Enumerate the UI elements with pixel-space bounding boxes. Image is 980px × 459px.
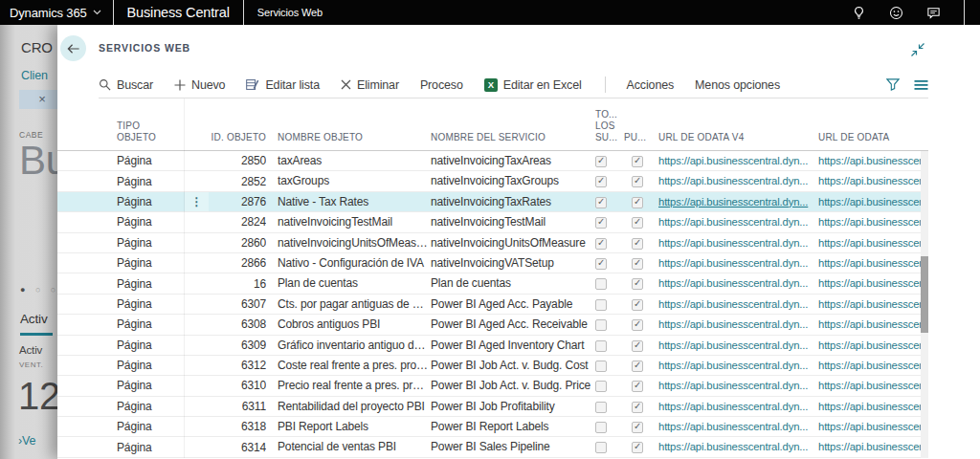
odata-v4-url-link[interactable]: https://api.businesscentral.dyn... <box>658 315 815 334</box>
table-row[interactable]: Página6310Precio real frente a pres. pro… <box>57 376 928 396</box>
odata-url-link[interactable]: https://api.businesscen <box>818 397 921 416</box>
checkbox-publicado[interactable] <box>632 299 643 311</box>
column-header-url-odata[interactable]: URL DE ODATA <box>818 132 889 143</box>
process-menu-button[interactable]: Proceso <box>420 78 463 92</box>
odata-v4-url-link[interactable]: https://api.businesscentral.dyn... <box>658 336 815 355</box>
checkbox-publicado[interactable] <box>632 238 643 250</box>
checkbox-todos-subformularios[interactable] <box>595 238 607 250</box>
odata-v4-url-link[interactable]: https://api.businesscentral.dyn... <box>658 151 815 170</box>
feedback-icon[interactable] <box>926 6 941 20</box>
odata-v4-url-link[interactable]: https://api.businesscentral.dyn... <box>658 356 815 375</box>
lightbulb-icon[interactable] <box>852 6 866 20</box>
odata-v4-url-link[interactable]: https://api.businesscentral.dyn... <box>658 233 815 252</box>
table-row[interactable]: Página2866Nativo - Configuración de IVAn… <box>57 253 928 273</box>
checkbox-publicado[interactable] <box>632 156 643 167</box>
odata-url-link[interactable]: https://api.businesscen <box>818 315 921 334</box>
checkbox-todos-subformularios[interactable] <box>595 278 607 290</box>
checkbox-todos-subformularios[interactable] <box>595 340 607 352</box>
vertical-scrollbar[interactable] <box>921 151 928 458</box>
odata-url-link[interactable]: https://api.businesscen <box>818 171 921 190</box>
odata-v4-url-link[interactable]: https://api.businesscentral.dyn... <box>658 253 815 273</box>
column-header-id-objeto[interactable]: ID. OBJETO <box>201 132 266 143</box>
cue-tile-value[interactable]: 12 <box>18 375 57 418</box>
table-row[interactable]: Página2852taxGroupsnativeInvoicingTaxGro… <box>57 171 928 191</box>
odata-url-link[interactable]: https://api.businesscen <box>818 253 921 273</box>
checkbox-todos-subformularios[interactable] <box>595 422 607 433</box>
checkbox-todos-subformularios[interactable] <box>595 319 607 331</box>
odata-url-link[interactable]: https://api.businesscen <box>818 151 921 170</box>
odata-v4-url-link[interactable]: https://api.businesscentral.dyn... <box>658 397 815 416</box>
checkbox-todos-subformularios[interactable] <box>595 361 607 372</box>
table-row[interactable]: Página6318PBI Report LabelsPower BI Repo… <box>57 417 928 437</box>
table-row[interactable]: Página6308Cobros antiguos PBIPower BI Ag… <box>57 315 928 335</box>
column-header-todos-los-subformularios[interactable]: TO... LOS SU... <box>595 109 617 143</box>
odata-url-link[interactable]: https://api.businesscen <box>818 437 921 456</box>
odata-url-link[interactable]: https://api.businesscen <box>818 417 921 436</box>
column-header-nombre-servicio[interactable]: NOMBRE DEL SERVICIO <box>431 132 546 143</box>
business-central-home-link[interactable]: Business Central <box>114 0 243 25</box>
odata-url-link[interactable]: https://api.businesscen <box>818 273 921 293</box>
checkbox-todos-subformularios[interactable] <box>595 381 607 392</box>
dynamics-365-waffle-menu[interactable]: Dynamics 365 <box>0 0 113 25</box>
delete-button[interactable]: Eliminar <box>341 78 399 92</box>
column-header-url-odata-v4[interactable]: URL DE ODATA V4 <box>658 132 745 143</box>
checkbox-todos-subformularios[interactable] <box>595 176 607 187</box>
collapse-page-icon[interactable] <box>910 42 925 57</box>
table-row[interactable]: Página2850taxAreasnativeInvoicingTaxArea… <box>57 151 928 171</box>
table-row[interactable]: Página6309Gráfico inventario antiguo de … <box>57 336 928 356</box>
odata-url-link[interactable]: https://api.businesscen <box>818 336 921 355</box>
odata-url-link[interactable]: https://api.businesscen <box>818 233 921 252</box>
odata-v4-url-link[interactable]: https://api.businesscentral.dyn... <box>658 417 815 436</box>
checkbox-publicado[interactable] <box>632 319 643 331</box>
checkbox-publicado[interactable] <box>632 217 643 229</box>
column-header-nombre-objeto[interactable]: NOMBRE OBJETO <box>278 132 363 143</box>
odata-url-link[interactable]: https://api.businesscen <box>818 356 921 375</box>
odata-v4-url-link[interactable]: https://api.businesscentral.dyn... <box>658 212 815 231</box>
checkbox-todos-subformularios[interactable] <box>595 402 607 413</box>
table-row[interactable]: Página2824nativeInvoicingTestMailnativeI… <box>57 212 928 232</box>
table-row[interactable]: Página6311Rentabilidad del proyecto PBIP… <box>57 397 928 417</box>
checkbox-publicado[interactable] <box>632 278 643 290</box>
column-header-publicado[interactable]: PU... <box>624 132 646 143</box>
table-row[interactable]: Página⋮2876Native - Tax RatesnativeInvoi… <box>57 192 928 212</box>
choose-view-icon[interactable] <box>914 79 928 91</box>
checkbox-publicado[interactable] <box>632 340 643 352</box>
checkbox-todos-subformularios[interactable] <box>595 197 607 208</box>
filter-chip-close-button[interactable]: × <box>19 90 57 109</box>
odata-v4-url-link[interactable]: https://api.businesscentral.dyn... <box>658 273 815 293</box>
odata-url-link[interactable]: https://api.businesscen <box>818 192 921 211</box>
edit-in-excel-button[interactable]: X Editar en Excel <box>484 78 582 92</box>
filter-icon[interactable] <box>886 78 900 91</box>
checkbox-publicado[interactable] <box>632 197 643 208</box>
see-more-link[interactable]: ›Ve <box>18 434 35 448</box>
odata-url-link[interactable]: https://api.businesscen <box>818 212 921 231</box>
checkbox-publicado[interactable] <box>632 176 643 187</box>
table-row[interactable]: Página2860nativeInvoicingUnitsOfMeasuren… <box>57 233 928 253</box>
checkbox-publicado[interactable] <box>632 361 643 372</box>
activities-tab[interactable]: Activ <box>20 312 48 326</box>
odata-v4-url-link[interactable]: https://api.businesscentral.dyn... <box>658 295 815 314</box>
checkbox-todos-subformularios[interactable] <box>595 156 607 167</box>
odata-url-link[interactable]: https://api.businesscen <box>818 295 921 314</box>
fewer-options-button[interactable]: Menos opciones <box>695 78 780 92</box>
checkbox-todos-subformularios[interactable] <box>595 442 607 453</box>
odata-v4-url-link[interactable]: https://api.businesscentral.dyn... <box>658 437 815 456</box>
checkbox-todos-subformularios[interactable] <box>595 258 607 270</box>
column-header-tipo-objeto[interactable]: TIPO OBJETO <box>117 120 156 143</box>
odata-v4-url-link[interactable]: https://api.businesscentral.dyn... <box>658 192 815 211</box>
checkbox-publicado[interactable] <box>632 381 643 392</box>
checkbox-publicado[interactable] <box>632 402 643 413</box>
smiley-icon[interactable] <box>889 6 903 20</box>
scrollbar-thumb[interactable] <box>921 256 928 333</box>
odata-url-link[interactable]: https://api.businesscen <box>818 376 921 395</box>
odata-v4-url-link[interactable]: https://api.businesscentral.dyn... <box>658 376 815 395</box>
actions-menu-button[interactable]: Acciones <box>627 78 675 92</box>
table-row[interactable]: Página6312Coste real frente a pres. proy… <box>57 356 928 376</box>
checkbox-publicado[interactable] <box>632 442 643 453</box>
odata-v4-url-link[interactable]: https://api.businesscentral.dyn... <box>658 171 815 190</box>
checkbox-todos-subformularios[interactable] <box>595 217 607 229</box>
back-button[interactable] <box>60 35 86 61</box>
carousel-dots[interactable]: ● ○ ○ <box>20 285 57 295</box>
table-row[interactable]: Página6314Potencial de ventas PBIPower B… <box>57 437 928 457</box>
table-row[interactable]: Página16Plan de cuentasPlan de cuentasht… <box>57 273 928 294</box>
